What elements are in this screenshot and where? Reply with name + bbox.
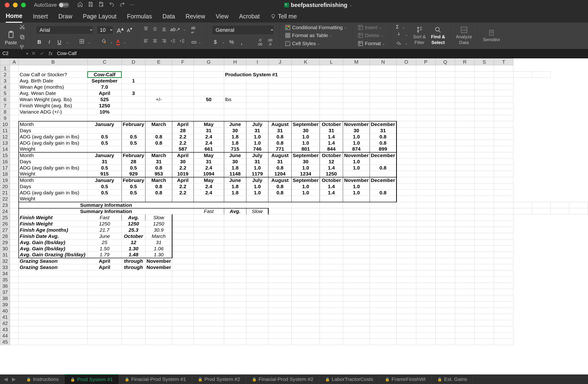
cell-I7[interactable]	[246, 102, 268, 109]
cell-S39[interactable]	[475, 302, 494, 308]
cell-J30[interactable]	[268, 245, 292, 252]
cell-C22[interactable]	[87, 196, 122, 202]
font-name-select[interactable]: Arial	[36, 26, 93, 34]
cell-L1[interactable]	[320, 65, 343, 72]
cell-I9[interactable]	[246, 115, 268, 121]
cell-D19[interactable]: February	[122, 177, 146, 183]
cell-G34[interactable]	[193, 270, 224, 277]
title-chevron-icon[interactable]: ⌄	[349, 3, 352, 7]
cell-Q40[interactable]	[435, 308, 455, 314]
cell-Q11[interactable]	[435, 127, 455, 134]
cell-S12[interactable]	[475, 134, 494, 140]
cell-F16[interactable]: 30	[172, 159, 194, 165]
cell-A8[interactable]	[10, 109, 19, 115]
cell-D44[interactable]	[122, 333, 146, 339]
cell-R29[interactable]	[455, 239, 475, 245]
increase-decimal-icon[interactable]: .0.00	[256, 38, 263, 46]
cell-Q9[interactable]	[435, 115, 455, 121]
cell-P45[interactable]	[416, 339, 435, 345]
cell-A29[interactable]	[10, 239, 19, 245]
cell-K39[interactable]	[292, 302, 320, 308]
cell-O3[interactable]	[396, 78, 416, 84]
cell-N11[interactable]: 31	[370, 127, 397, 134]
ribbon-tab-view[interactable]: View	[216, 11, 229, 22]
cell-C38[interactable]	[87, 295, 122, 302]
cell-C11[interactable]	[87, 127, 122, 134]
cell-Q36[interactable]	[435, 283, 455, 289]
cell-A15[interactable]	[10, 152, 19, 159]
cell-M16[interactable]: 1.0	[343, 159, 370, 165]
cell-F38[interactable]	[172, 295, 194, 302]
cell-J32[interactable]	[268, 258, 292, 264]
cell-H26[interactable]	[224, 221, 246, 227]
cell-Q4[interactable]	[435, 84, 455, 90]
cell-N25[interactable]	[370, 215, 397, 221]
cell-R27[interactable]	[455, 227, 475, 233]
cell-Q3[interactable]	[435, 78, 455, 84]
cell-T18[interactable]	[494, 171, 513, 177]
cell-L35[interactable]	[320, 277, 343, 283]
cell-M5[interactable]	[343, 90, 370, 96]
cell-I6[interactable]	[246, 96, 268, 102]
cell-J44[interactable]	[268, 333, 292, 339]
cell-S20[interactable]	[475, 183, 494, 190]
cell-N45[interactable]	[370, 339, 397, 345]
cell-S24[interactable]	[551, 208, 569, 215]
cell-C23[interactable]	[193, 202, 224, 208]
cell-N28[interactable]	[370, 233, 397, 239]
cell-Q23[interactable]	[513, 202, 532, 208]
cell-C27[interactable]: 21.7	[87, 227, 122, 233]
cell-S33[interactable]	[475, 264, 494, 270]
cell-O41[interactable]	[396, 314, 416, 320]
dropdown-trigger-icon[interactable]: ▼	[122, 72, 122, 78]
cell-S3[interactable]	[475, 78, 494, 84]
cell-O33[interactable]	[396, 264, 416, 270]
cell-B38[interactable]	[19, 295, 87, 302]
cell-P37[interactable]	[416, 289, 435, 295]
cell-I14[interactable]: 746	[246, 146, 268, 152]
cell-F22[interactable]	[172, 196, 194, 202]
undo-icon[interactable]	[109, 1, 115, 9]
cell-D31[interactable]: 1.48	[122, 252, 146, 258]
row-header-25[interactable]: 25	[0, 215, 10, 221]
cell-S43[interactable]	[475, 326, 494, 333]
cell-J29[interactable]	[268, 239, 292, 245]
minimize-window[interactable]	[13, 3, 18, 7]
cell-D9[interactable]	[122, 115, 146, 121]
fx-icon[interactable]: fx	[49, 50, 53, 57]
cell-A4[interactable]	[10, 84, 19, 90]
autosave-toggle[interactable]: AutoSave OFF	[34, 2, 69, 8]
sheet-tab-est-gains[interactable]: 🔒Est. Gains	[432, 374, 473, 384]
cell-C36[interactable]	[87, 283, 122, 289]
cell-I28[interactable]	[246, 233, 268, 239]
cell-J4[interactable]	[268, 84, 292, 90]
row-header-17[interactable]: 17	[0, 165, 10, 171]
cell-O5[interactable]	[396, 90, 416, 96]
cell-R28[interactable]	[455, 233, 475, 239]
cell-I33[interactable]	[246, 264, 268, 270]
decrease-font-icon[interactable]: A▾	[127, 26, 132, 33]
cell-A26[interactable]	[10, 221, 19, 227]
cell-O22[interactable]	[396, 196, 416, 202]
cell-O32[interactable]	[396, 258, 416, 264]
cell-Q22[interactable]	[435, 196, 455, 202]
close-window[interactable]	[5, 3, 10, 7]
cell-M22[interactable]	[343, 196, 370, 202]
cell-I27[interactable]	[246, 227, 268, 233]
cell-B41[interactable]	[19, 314, 87, 320]
cell-E4[interactable]	[146, 84, 172, 90]
cell-F27[interactable]	[172, 227, 194, 233]
cell-P12[interactable]	[416, 134, 435, 140]
cell-B12[interactable]: ADG (avg daily gain in lbs)	[19, 134, 87, 140]
cell-P36[interactable]	[416, 283, 435, 289]
cell-S6[interactable]	[475, 96, 494, 102]
cell-F2[interactable]	[172, 72, 194, 78]
row-header-20[interactable]: 20	[0, 183, 10, 190]
cell-T9[interactable]	[494, 115, 513, 121]
row-header-4[interactable]: 4	[0, 84, 10, 90]
cell-O13[interactable]	[396, 140, 416, 146]
cell-H39[interactable]	[224, 302, 246, 308]
cell-N8[interactable]	[370, 109, 397, 115]
cell-O18[interactable]	[396, 171, 416, 177]
cell-O38[interactable]	[396, 295, 416, 302]
